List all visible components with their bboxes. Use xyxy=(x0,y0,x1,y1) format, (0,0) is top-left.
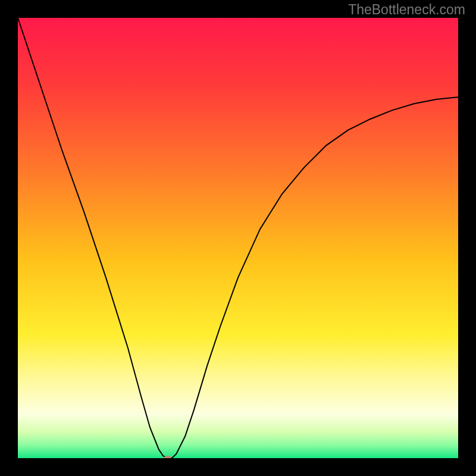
chart-svg xyxy=(18,18,458,458)
plot-area xyxy=(18,18,458,458)
gradient-background xyxy=(18,18,458,458)
chart-container: TheBottleneck.com xyxy=(0,0,476,476)
watermark-text: TheBottleneck.com xyxy=(348,2,465,18)
